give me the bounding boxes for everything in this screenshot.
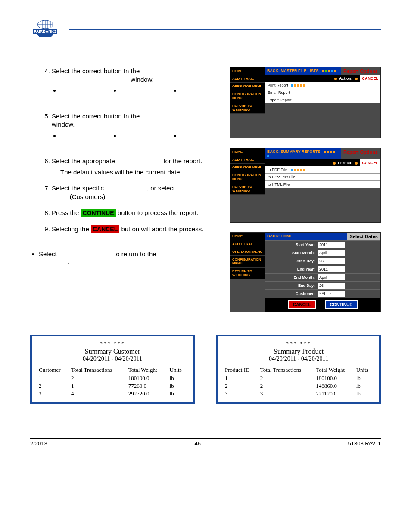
return-bullet: Select to return to the . <box>30 250 217 265</box>
date-field-row: End Month:April <box>265 273 380 281</box>
step-9: Selecting the CANCEL button will abort t… <box>52 225 217 233</box>
continue-button[interactable]: CONTINUE <box>325 300 358 309</box>
sidebar-item[interactable]: HOME <box>230 67 265 75</box>
option-row[interactable]: to CSV Text File <box>265 173 380 180</box>
field-label: End Month: <box>265 274 318 281</box>
summary-product-report: *** *** Summary Product 04/20/2011 - 04/… <box>216 335 381 404</box>
select-dates-screen: HOME AUDIT TRAIL OPERATOR MENU CONFIGURA… <box>230 232 381 312</box>
date-field-row: Start Day:26 <box>265 257 380 265</box>
screen-title: Report Options <box>341 148 380 159</box>
screen-title: Select Dates <box>347 233 380 240</box>
date-field-row: Customer:* ALL * <box>265 289 380 298</box>
field-label: End Day: <box>265 282 318 289</box>
sidebar-item[interactable]: CONFIGURATION MENU <box>230 171 265 183</box>
sidebar-item[interactable]: HOME <box>230 148 265 156</box>
screen-title: Report Options <box>341 67 380 75</box>
step-8: Press the CONTINUE button to process the… <box>52 208 217 217</box>
field-value[interactable]: * ALL * <box>318 291 345 297</box>
field-label: Start Day: <box>265 258 318 264</box>
sidebar-item[interactable]: RETURN TO WEIGHING <box>230 102 265 114</box>
format-label: Format: <box>265 159 360 166</box>
field-label: Start Month: <box>265 249 318 256</box>
footer-doc: 51303 Rev. 1 <box>348 440 381 447</box>
field-label: Customer: <box>265 290 318 297</box>
step-5: Select the correct button In the window. <box>52 112 217 140</box>
sidebar-item[interactable]: HOME <box>230 233 265 240</box>
sidebar-item[interactable]: OPERATOR MENU <box>230 164 265 171</box>
cancel-button[interactable]: CANCEL <box>360 159 381 166</box>
step-4: Select the correct button In the window. <box>52 67 217 95</box>
date-field-row: End Year:2011 <box>265 265 380 273</box>
cancel-button[interactable]: CANCEL <box>360 75 381 82</box>
field-value[interactable]: April <box>318 250 345 256</box>
option-row[interactable]: Export Report <box>265 96 380 103</box>
instruction-list: Select the correct button In the window.… <box>30 67 217 233</box>
action-label: Action: <box>265 75 360 82</box>
sidebar-item[interactable]: OPERATOR MENU <box>230 83 265 90</box>
page-header: FAIRBANKS <box>30 17 381 41</box>
step-6: Select the appropriate for the report. T… <box>52 157 217 176</box>
sidebar-item[interactable]: CONFIGURATION MENU <box>230 256 265 268</box>
date-field-row: Start Year:2011 <box>265 240 380 249</box>
back-bar[interactable]: BACK: MASTER FILE LISTS <box>265 67 341 75</box>
cancel-label: CANCEL <box>91 225 119 233</box>
field-value[interactable]: 2011 <box>318 266 345 272</box>
page-footer: 2/2013 46 51303 Rev. 1 <box>30 438 381 447</box>
field-value[interactable]: 26 <box>318 283 345 289</box>
sidebar-item[interactable]: AUDIT TRAIL <box>230 240 265 248</box>
field-label: Start Year: <box>265 241 318 248</box>
sidebar-item[interactable]: RETURN TO WEIGHING <box>230 268 265 279</box>
field-value[interactable]: April <box>318 274 345 280</box>
back-bar[interactable]: BACK: HOME <box>265 233 347 240</box>
footer-date: 2/2013 <box>30 440 47 447</box>
sidebar-item[interactable]: RETURN TO WEIGHING <box>230 183 265 195</box>
step-7: Select the specific , or select (Custome… <box>52 184 217 201</box>
sidebar-item[interactable]: AUDIT TRAIL <box>230 75 265 83</box>
header-rule <box>69 29 381 30</box>
svg-text:FAIRBANKS: FAIRBANKS <box>34 29 57 34</box>
cancel-button[interactable]: CANCEL <box>288 300 316 309</box>
sidebar-item[interactable]: OPERATOR MENU <box>230 248 265 256</box>
option-row[interactable]: Email Report <box>265 89 380 96</box>
field-label: End Year: <box>265 266 318 273</box>
footer-page: 46 <box>194 440 200 447</box>
option-row[interactable]: Print Report <box>265 82 380 89</box>
report-options-format-screen: HOME AUDIT TRAIL OPERATOR MENU CONFIGURA… <box>230 148 381 223</box>
field-value[interactable]: 26 <box>318 258 345 264</box>
sidebar-item[interactable]: CONFIGURATION MENU <box>230 90 265 102</box>
field-value[interactable]: 2011 <box>318 242 345 248</box>
summary-customer-report: *** *** Summary Customer 04/20/2011 - 04… <box>30 335 195 404</box>
option-row[interactable]: to PDF File <box>265 166 380 173</box>
date-field-row: End Day:26 <box>265 281 380 289</box>
date-field-row: Start Month:April <box>265 249 380 257</box>
report-options-action-screen: HOME AUDIT TRAIL OPERATOR MENU CONFIGURA… <box>230 67 381 138</box>
sidebar-item[interactable]: AUDIT TRAIL <box>230 156 265 164</box>
continue-label: CONTINUE <box>81 209 116 217</box>
fairbanks-logo: FAIRBANKS <box>30 17 60 41</box>
back-bar[interactable]: BACK: SUMMARY REPORTS <box>265 148 341 159</box>
option-row[interactable]: to HTML File <box>265 180 380 188</box>
